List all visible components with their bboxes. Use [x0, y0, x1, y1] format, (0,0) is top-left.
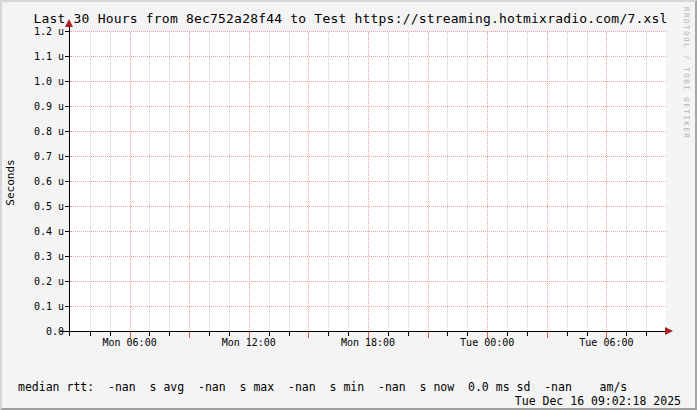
v-gridline-minor [169, 32, 170, 332]
v-gridline-minor [289, 32, 290, 332]
x-tick-label: Tue 06:00 [579, 337, 633, 348]
y-tick-label: 1.2 u [2, 26, 64, 37]
y-tick-label: 0.2 u [2, 276, 64, 287]
v-gridline-minor [149, 32, 150, 332]
v-gridline-major [606, 32, 607, 332]
x-tick [149, 332, 150, 336]
median-rtt-row: median rtt:-nan s avg -nan s max -nan s … [18, 380, 627, 394]
v-gridline-minor [646, 32, 647, 332]
v-gridline-minor [328, 32, 329, 332]
x-tick-major [308, 332, 309, 338]
x-tick [527, 332, 528, 336]
v-gridline-minor [90, 32, 91, 332]
y-tick-label: 0.4 u [2, 226, 64, 237]
y-tick-label: 0.5 u [2, 201, 64, 212]
v-gridline-major [130, 32, 131, 332]
v-gridline-major [547, 32, 548, 332]
x-tick-label: Mon 06:00 [103, 337, 157, 348]
x-axis-line [60, 331, 666, 332]
x-tick [447, 332, 448, 336]
x-tick [90, 332, 91, 336]
y-tick-label: 1.1 u [2, 51, 64, 62]
x-tick [467, 332, 468, 336]
x-axis-arrow-icon [665, 327, 673, 335]
x-tick [567, 332, 568, 336]
median-rtt-label: median rtt: [18, 380, 108, 394]
v-gridline-minor [348, 32, 349, 332]
x-tick [348, 332, 349, 336]
v-gridline-minor [626, 32, 627, 332]
x-tick-label: Tue 00:00 [460, 337, 514, 348]
x-tick [646, 332, 647, 336]
y-tick-label: 0.1 u [2, 301, 64, 312]
x-tick-major [547, 332, 548, 338]
rrdtool-watermark: RRDTOOL / TOBI OETIKER [682, 7, 691, 139]
v-gridline-major [308, 32, 309, 332]
graph-title: Last 30 Hours from 8ec752a28f44 to Test … [2, 11, 697, 26]
v-gridline-minor [408, 32, 409, 332]
median-rtt-values: -nan s avg -nan s max -nan s min -nan s … [108, 380, 627, 394]
v-gridline-major [428, 32, 429, 332]
x-tick [289, 332, 290, 336]
x-tick-label: Mon 12:00 [222, 337, 276, 348]
x-tick [229, 332, 230, 336]
x-tick [328, 332, 329, 336]
x-tick [626, 332, 627, 336]
y-tick-label: 0.7 u [2, 151, 64, 162]
x-tick [507, 332, 508, 336]
x-tick [110, 332, 111, 336]
x-tick-label: Mon 18:00 [341, 337, 395, 348]
v-gridline-minor [110, 32, 111, 332]
v-gridline-minor [527, 32, 528, 332]
x-tick [388, 332, 389, 336]
v-gridline-major [189, 32, 190, 332]
x-tick-major [189, 332, 190, 338]
v-gridline-minor [447, 32, 448, 332]
v-gridline-minor [388, 32, 389, 332]
x-tick-major [428, 332, 429, 338]
v-gridline-major [368, 32, 369, 332]
v-gridline-minor [209, 32, 210, 332]
y-tick-label: 0.3 u [2, 251, 64, 262]
x-tick [169, 332, 170, 336]
rrdtool-graph-window: Last 30 Hours from 8ec752a28f44 to Test … [0, 0, 697, 410]
v-gridline-minor [229, 32, 230, 332]
v-gridline-minor [567, 32, 568, 332]
y-tick-label: 0.9 u [2, 101, 64, 112]
y-axis-line [69, 26, 70, 336]
y-axis-arrow-icon [65, 19, 73, 27]
v-gridline-major [249, 32, 250, 332]
y-tick-label: 0.0 [2, 326, 64, 337]
v-gridline-major [487, 32, 488, 332]
x-tick [269, 332, 270, 336]
generation-timestamp: Tue Dec 16 09:02:18 2025 [515, 394, 681, 408]
y-tick-label: 0.6 u [2, 176, 64, 187]
v-gridline-minor [587, 32, 588, 332]
x-tick [408, 332, 409, 336]
x-tick [587, 332, 588, 336]
y-tick-label: 1.0 u [2, 76, 64, 87]
v-gridline-minor [269, 32, 270, 332]
x-tick [209, 332, 210, 336]
v-gridline-minor [467, 32, 468, 332]
v-gridline-minor [507, 32, 508, 332]
y-tick-label: 0.8 u [2, 126, 64, 137]
